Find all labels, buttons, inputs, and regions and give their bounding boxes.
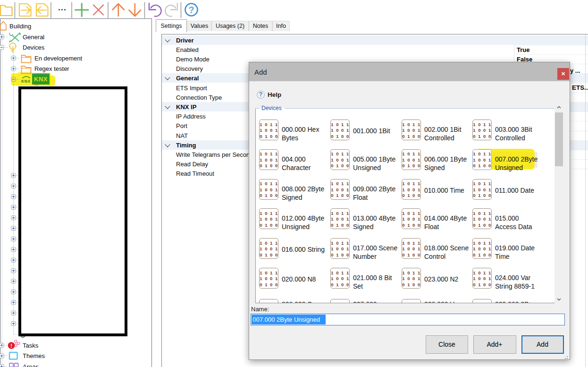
svg-text:?: ? — [188, 5, 194, 15]
svg-text:KNX: KNX — [21, 79, 31, 84]
svg-text:!: ! — [10, 343, 12, 349]
